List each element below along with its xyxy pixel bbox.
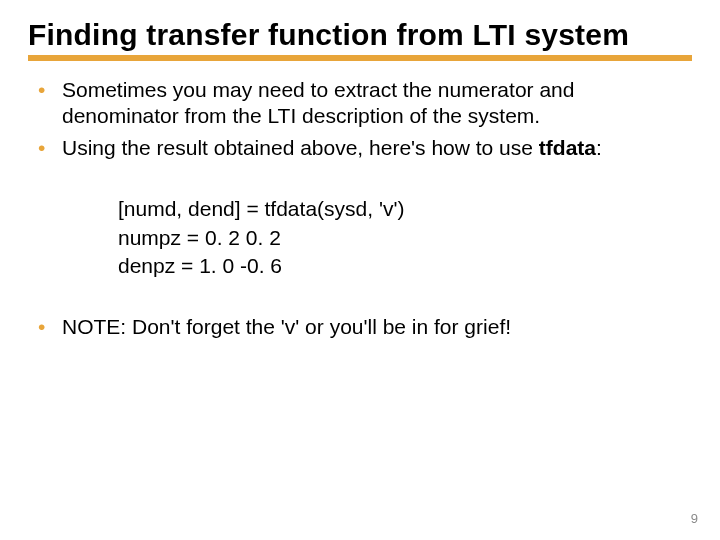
page-number: 9	[691, 511, 698, 526]
bullet-text: Using the result obtained above, here's …	[62, 136, 539, 159]
bullet-bold: tfdata	[539, 136, 596, 159]
code-line: numpz = 0. 2 0. 2	[118, 224, 692, 252]
title-underline	[28, 55, 692, 61]
code-line: [numd, dend] = tfdata(sysd, 'v')	[118, 195, 692, 223]
bullet-text: :	[596, 136, 602, 159]
bullet-list-bottom: NOTE: Don't forget the 'v' or you'll be …	[28, 314, 692, 340]
bullet-item: Sometimes you may need to extract the nu…	[28, 77, 692, 130]
code-line: denpz = 1. 0 -0. 6	[118, 252, 692, 280]
code-block: [numd, dend] = tfdata(sysd, 'v') numpz =…	[118, 195, 692, 280]
bullet-item-note: NOTE: Don't forget the 'v' or you'll be …	[28, 314, 692, 340]
slide: Finding transfer function from LTI syste…	[0, 0, 720, 540]
bullet-list-top: Sometimes you may need to extract the nu…	[28, 77, 692, 162]
slide-title: Finding transfer function from LTI syste…	[28, 18, 692, 53]
bullet-item: Using the result obtained above, here's …	[28, 135, 692, 161]
